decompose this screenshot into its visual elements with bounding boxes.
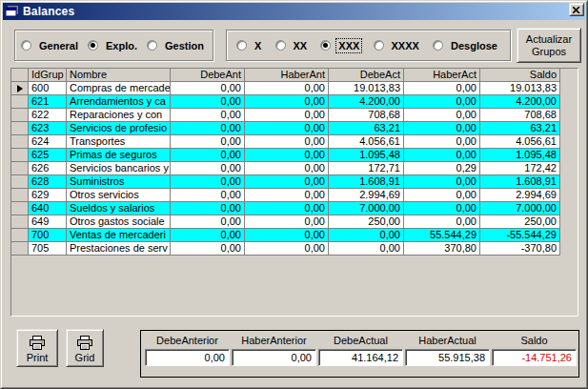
grid-corner-cell[interactable]	[11, 69, 29, 82]
cell-idgrup[interactable]: 622	[29, 109, 67, 122]
cell-debeant[interactable]: 0,00	[171, 242, 245, 256]
cell-idgrup[interactable]: 705	[29, 242, 67, 256]
cell-idgrup[interactable]: 649	[29, 215, 67, 229]
cell-debeact[interactable]: 4.200,00	[329, 95, 404, 109]
cell-haberact[interactable]: 0,00	[404, 109, 480, 122]
cell-debeact[interactable]: 1.095,48	[329, 149, 404, 162]
cell-idgrup[interactable]: 626	[29, 162, 67, 175]
cell-haberant[interactable]: 0,00	[245, 215, 329, 229]
cell-nombre[interactable]: Transportes	[67, 135, 171, 149]
radio-x[interactable]: X	[236, 38, 264, 53]
table-row[interactable]: 629Otros servicios0,000,002.994,690,002.…	[11, 189, 578, 202]
cell-debeant[interactable]: 0,00	[171, 215, 245, 229]
column-header-haberact[interactable]: HaberAct	[404, 69, 480, 82]
column-header-saldo[interactable]: Saldo	[480, 69, 560, 82]
cell-haberact[interactable]: 0,00	[404, 215, 480, 229]
cell-debeant[interactable]: 0,00	[171, 162, 245, 175]
cell-haberact[interactable]: 0,00	[404, 82, 480, 95]
row-selector[interactable]	[11, 109, 29, 122]
cell-debeact[interactable]: 708,68	[329, 109, 404, 122]
row-selector[interactable]	[11, 189, 29, 202]
cell-debeact[interactable]: 4.056,61	[329, 135, 404, 149]
row-selector[interactable]	[11, 242, 29, 256]
cell-debeant[interactable]: 0,00	[171, 229, 245, 242]
cell-saldo[interactable]: 7.000,00	[480, 202, 560, 215]
radio-circle-icon[interactable]	[236, 40, 247, 51]
cell-saldo[interactable]: 19.013,83	[480, 82, 560, 95]
column-header-debeact[interactable]: DebeAct	[329, 69, 404, 82]
cell-saldo[interactable]: 1.608,91	[480, 175, 560, 189]
cell-debeact[interactable]: 7.000,00	[329, 202, 404, 215]
radio-circle-icon[interactable]	[433, 40, 443, 51]
cell-debeact[interactable]: 1.608,91	[329, 175, 404, 189]
cell-haberact[interactable]: 0,00	[404, 175, 480, 189]
cell-haberant[interactable]: 0,00	[245, 162, 329, 175]
cell-idgrup[interactable]: 624	[29, 135, 67, 149]
cell-debeact[interactable]: 19.013,83	[329, 82, 404, 95]
cell-haberact[interactable]: 370,80	[404, 242, 480, 256]
actualizar-grupos-button[interactable]: Actualizar Grupos	[517, 28, 581, 63]
cell-haberant[interactable]: 0,00	[245, 95, 329, 109]
radio-circle-icon[interactable]	[374, 40, 384, 51]
cell-nombre[interactable]: Servicios bancarios y	[67, 162, 171, 175]
column-header-haberant[interactable]: HaberAnt	[245, 69, 329, 82]
cell-nombre[interactable]: Otros servicios	[67, 189, 171, 202]
cell-debeact[interactable]: 63,21	[329, 122, 404, 135]
cell-haberact[interactable]: 0,00	[404, 122, 480, 135]
cell-debeant[interactable]: 0,00	[171, 82, 245, 95]
cell-haberact[interactable]: 0,00	[404, 149, 480, 162]
cell-saldo[interactable]: 4.200,00	[480, 95, 560, 109]
cell-haberact[interactable]: 0,00	[404, 95, 480, 109]
cell-debeact[interactable]: 172,71	[329, 162, 404, 175]
row-selector[interactable]	[11, 149, 29, 162]
row-selector[interactable]	[11, 229, 29, 242]
cell-idgrup[interactable]: 700	[29, 229, 67, 242]
grid-button[interactable]: Grid	[66, 329, 104, 367]
column-header-debeant[interactable]: DebeAnt	[171, 69, 245, 82]
cell-debeant[interactable]: 0,00	[171, 149, 245, 162]
cell-idgrup[interactable]: 640	[29, 202, 67, 215]
radio-desglose[interactable]: Desglose	[433, 38, 500, 53]
radio-xxx[interactable]: XXX	[320, 38, 362, 53]
cell-debeact[interactable]: 250,00	[329, 215, 404, 229]
radio-explo-[interactable]: Explo.	[88, 38, 140, 53]
table-row[interactable]: 624Transportes0,000,004.056,610,004.056,…	[11, 135, 578, 149]
cell-saldo[interactable]: 250,00	[480, 215, 560, 229]
cell-haberact[interactable]: 0,00	[404, 189, 480, 202]
cell-idgrup[interactable]: 629	[29, 189, 67, 202]
radio-circle-icon[interactable]	[88, 40, 98, 51]
table-row[interactable]: 621Arrendamientos y ca0,000,004.200,000,…	[11, 95, 578, 109]
cell-nombre[interactable]: Prestaciones de serv	[67, 242, 171, 256]
table-row[interactable]: 705Prestaciones de serv0,000,000,00370,8…	[11, 242, 578, 256]
cell-nombre[interactable]: Servicios de profesio	[67, 122, 171, 135]
cell-saldo[interactable]: 172,42	[480, 162, 560, 175]
table-row[interactable]: 622Reparaciones y con0,000,00708,680,007…	[11, 109, 578, 122]
cell-idgrup[interactable]: 625	[29, 149, 67, 162]
column-header-idgrup[interactable]: IdGrup	[29, 69, 67, 82]
cell-debeant[interactable]: 0,00	[171, 109, 245, 122]
cell-idgrup[interactable]: 621	[29, 95, 67, 109]
cell-saldo[interactable]: 1.095,48	[480, 149, 560, 162]
row-selector[interactable]	[11, 202, 29, 215]
cell-haberant[interactable]: 0,00	[245, 242, 329, 256]
cell-haberant[interactable]: 0,00	[245, 189, 329, 202]
cell-idgrup[interactable]: 628	[29, 175, 67, 189]
cell-haberant[interactable]: 0,00	[245, 149, 329, 162]
table-row[interactable]: 628Suministros0,000,001.608,910,001.608,…	[11, 175, 578, 189]
radio-gestion[interactable]: Gestion	[147, 38, 207, 53]
row-selector[interactable]	[11, 175, 29, 189]
radio-circle-icon[interactable]	[275, 40, 286, 51]
radio-xxxx[interactable]: XXXX	[374, 38, 422, 53]
table-row[interactable]: 625Primas de seguros0,000,001.095,480,00…	[11, 149, 578, 162]
cell-saldo[interactable]: 63,21	[480, 122, 560, 135]
cell-idgrup[interactable]: 623	[29, 122, 67, 135]
cell-debeant[interactable]: 0,00	[171, 189, 245, 202]
cell-haberant[interactable]: 0,00	[245, 135, 329, 149]
cell-nombre[interactable]: Arrendamientos y ca	[67, 95, 171, 109]
cell-haberact[interactable]: 0,29	[404, 162, 480, 175]
cell-haberact[interactable]: 55.544,29	[404, 229, 480, 242]
cell-nombre[interactable]: Compras de mercade	[67, 82, 171, 95]
row-selector[interactable]	[11, 135, 29, 149]
cell-nombre[interactable]: Suministros	[67, 175, 171, 189]
cell-saldo[interactable]: -55.544,29	[480, 229, 560, 242]
